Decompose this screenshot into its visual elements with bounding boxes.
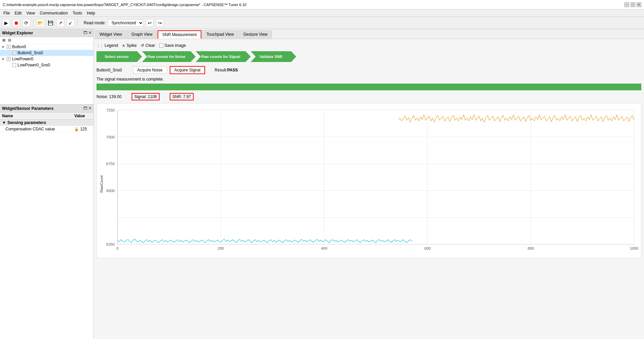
close-panel-icon[interactable]: ✕ xyxy=(88,31,91,35)
close-button[interactable]: ✕ xyxy=(637,2,641,7)
signal-value: Signal: 1108 xyxy=(132,93,160,100)
toolbar-btn-7[interactable]: ↙ xyxy=(66,19,75,27)
toolbar-btn-5[interactable]: 💾 xyxy=(46,19,54,27)
minimize-button[interactable]: ─ xyxy=(624,2,629,7)
left-panel: Widget Explorer 🗖 ✕ ⊞ ⊟ ▼ Button0 xyxy=(0,29,94,339)
acquire-signal-button[interactable]: Acquire Signal xyxy=(170,66,205,74)
menu-edit[interactable]: Edit xyxy=(12,10,24,16)
save-image-label: Save image xyxy=(165,43,186,48)
checkbox-lp0sns0[interactable] xyxy=(12,63,16,67)
save-image-checkbox[interactable] xyxy=(159,43,163,48)
tree-label-lp0sns0: LowPower0_Sns0 xyxy=(18,63,50,67)
tab-bar: Widget View Graph View SNR Measurement T… xyxy=(94,29,644,39)
main-layout: Widget Explorer 🗖 ✕ ⊞ ⊟ ▼ Button0 xyxy=(0,29,644,339)
checkbox-lp0[interactable] xyxy=(7,57,11,61)
legend-label: Legend xyxy=(105,43,118,48)
step-raw-signal[interactable]: Raw counts for Signal xyxy=(196,51,246,62)
clear-label: Clear xyxy=(145,43,155,48)
maximize-button[interactable]: □ xyxy=(631,2,635,7)
chart-svg: RawCount xyxy=(97,103,641,258)
svg-text:600: 600 xyxy=(424,246,431,250)
maximize-params-icon[interactable]: 🗖 xyxy=(83,106,87,111)
spike-label: Spike xyxy=(127,43,137,48)
params-panel: Name Value ▼Sensing parameters Compensat… xyxy=(0,113,93,339)
toolbar-sep-2 xyxy=(77,20,78,26)
title-bar-buttons: ─ □ ✕ xyxy=(624,2,641,7)
tab-gesture-view[interactable]: Gesture View xyxy=(239,30,272,39)
widget-explorer-title: Widget Explorer xyxy=(2,31,33,35)
undo-button[interactable]: ↩ xyxy=(146,19,154,27)
tree-item-lp0-sns0[interactable]: LowPower0_Sns0 xyxy=(0,62,93,68)
step-validate-snr[interactable]: Validate SNR xyxy=(251,51,291,62)
menu-view[interactable]: View xyxy=(24,10,37,16)
params-row-cdac: Compensation CDAC value 🔒 125 xyxy=(0,126,93,132)
tab-touchpad-view[interactable]: Touchpad View xyxy=(202,30,238,39)
tab-snr-measurement[interactable]: SNR Measurement xyxy=(158,30,201,39)
explorer-toolbar: ⊞ ⊟ xyxy=(0,37,93,44)
clear-item[interactable]: ↺ Clear xyxy=(141,43,155,48)
tree-label-btn0sns0: Button0_Sns0 xyxy=(18,51,43,55)
svg-text:0: 0 xyxy=(116,246,118,250)
step-label-signal: Raw counts for Signal xyxy=(201,55,240,59)
legend-item[interactable]: ⋮⋮ Legend xyxy=(96,43,118,48)
checkbox-button0[interactable] xyxy=(7,45,11,49)
noise-value: Noise: 139.00 xyxy=(96,94,121,99)
toolbar-btn-6[interactable]: ↗ xyxy=(56,19,64,27)
expand-arrow-lp0: ▼ xyxy=(1,57,5,61)
step-label-select: Select sensor xyxy=(105,55,129,59)
checkbox-btn0sns0[interactable] xyxy=(12,51,16,55)
expand-arrow-button0: ▼ xyxy=(1,45,5,49)
tree-item-button0[interactable]: ▼ Button0 xyxy=(0,44,93,50)
params-group-label: ▼Sensing parameters xyxy=(0,120,93,126)
window-title: C:/mtw/mtb-example-psoc4-msclp-capsense-… xyxy=(3,3,246,7)
toolbar-btn-1[interactable]: ▶ xyxy=(2,19,10,27)
redo-button[interactable]: ↪ xyxy=(156,19,164,27)
param-name-cdac: Compensation CDAC value xyxy=(0,126,72,132)
tree-item-lowpower0[interactable]: ▼ LowPower0 xyxy=(0,56,93,62)
legend-icon: ⋮⋮ xyxy=(96,44,103,48)
svg-text:6750: 6750 xyxy=(106,162,115,166)
params-group-sensing: ▼Sensing parameters xyxy=(0,120,93,126)
chart-container: RawCount xyxy=(96,103,641,258)
step-raw-noise[interactable]: Raw counts for Noise xyxy=(142,51,191,62)
tab-widget-view[interactable]: Widget View xyxy=(95,30,126,39)
result-text: Result:PASS xyxy=(215,68,238,72)
measurement-values: Noise: 139.00 Signal: 1108 SNR: 7.97 xyxy=(96,93,641,100)
acquire-noise-button[interactable]: Acquire Noise xyxy=(133,66,167,74)
tree-label-button0: Button0 xyxy=(12,44,26,49)
snr-content: ⋮⋮ Legend ∧ Spike ↺ Clear Save image xyxy=(94,39,644,339)
widget-explorer-tree: ⊞ ⊟ ▼ Button0 Button0_Sns0 ▼ LowPower0 xyxy=(0,37,93,104)
close-params-icon[interactable]: ✕ xyxy=(88,106,91,111)
snr-toolbar: ⋮⋮ Legend ∧ Spike ↺ Clear Save image xyxy=(96,42,641,49)
svg-text:7000: 7000 xyxy=(106,135,115,139)
save-image-item[interactable]: Save image xyxy=(159,43,186,48)
toolbar-btn-4[interactable]: 📂 xyxy=(36,19,44,27)
spike-item[interactable]: ∧ Spike xyxy=(122,43,137,48)
title-bar: C:/mtw/mtb-example-psoc4-msclp-capsense-… xyxy=(0,0,644,9)
svg-text:RawCount: RawCount xyxy=(100,175,104,192)
toolbar-btn-2[interactable]: ⏹ xyxy=(12,19,20,27)
tree-item-button0-sns0[interactable]: Button0_Sns0 xyxy=(0,50,93,56)
svg-text:1000: 1000 xyxy=(630,246,638,250)
read-mode-select[interactable]: Synchronized Free run xyxy=(108,19,144,27)
snr-value: SNR: 7.97 xyxy=(170,93,194,100)
step-select-sensor[interactable]: Select sensor xyxy=(96,51,137,62)
explorer-icon-1[interactable]: ⊞ xyxy=(1,38,6,43)
svg-text:6500: 6500 xyxy=(106,189,115,193)
explorer-icon-2[interactable]: ⊟ xyxy=(7,38,12,43)
menu-file[interactable]: File xyxy=(1,10,12,16)
menu-communication[interactable]: Communication xyxy=(38,10,70,16)
toolbar: ▶ ⏹ ⟳ 📂 💾 ↗ ↙ Read mode: Synchronized Fr… xyxy=(0,17,644,29)
maximize-panel-icon[interactable]: 🗖 xyxy=(83,31,87,35)
menu-tools[interactable]: Tools xyxy=(71,10,84,16)
param-value-cdac: 🔒 125 xyxy=(72,126,93,132)
tab-graph-view[interactable]: Graph View xyxy=(127,30,157,39)
svg-text:800: 800 xyxy=(528,246,534,250)
toolbar-btn-3[interactable]: ⟳ xyxy=(22,19,30,27)
params-panel-header: Widget/Sensor Parameters 🗖 ✕ xyxy=(0,104,93,113)
menu-help[interactable]: Help xyxy=(85,10,97,16)
result-label: Result: xyxy=(215,68,227,72)
widget-explorer-header: Widget Explorer 🗖 ✕ xyxy=(0,29,93,37)
sensor-name-label: Button0_Sns0 xyxy=(96,68,130,72)
spike-icon: ∧ xyxy=(122,43,125,48)
